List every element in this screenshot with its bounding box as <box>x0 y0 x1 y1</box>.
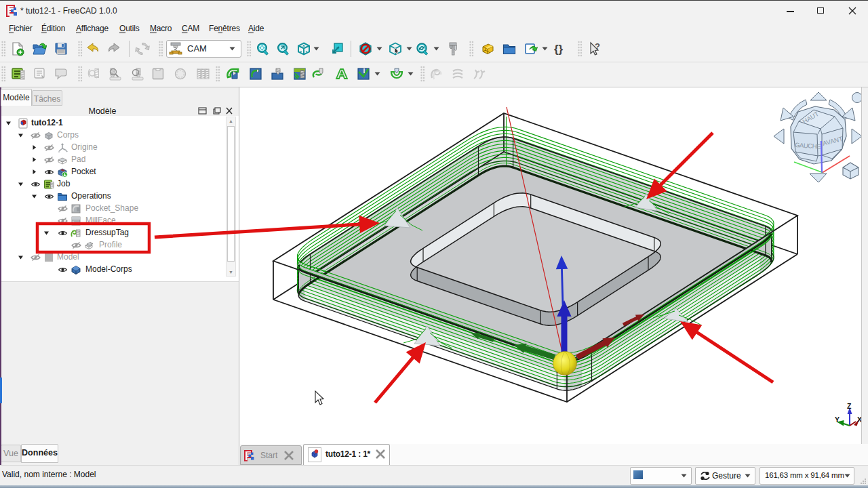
svg-text:{}: {} <box>554 43 564 56</box>
svg-text:?: ? <box>595 41 600 52</box>
svg-text:X: X <box>857 415 861 424</box>
svg-text:Z: Z <box>847 402 852 410</box>
svg-text:Y: Y <box>835 415 840 424</box>
